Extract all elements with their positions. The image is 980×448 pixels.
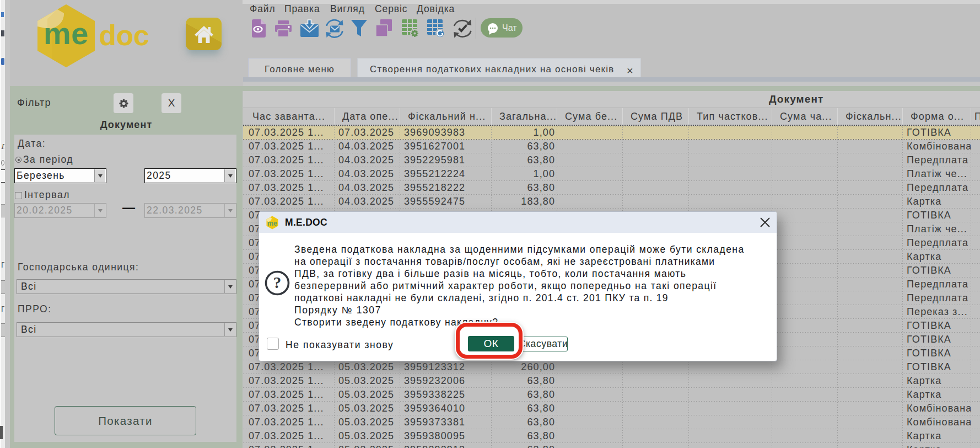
svg-text:me: me [267, 220, 277, 227]
svg-text:?: ? [273, 274, 282, 291]
svg-text:doc: doc [99, 19, 149, 51]
svg-text:me: me [44, 16, 89, 51]
